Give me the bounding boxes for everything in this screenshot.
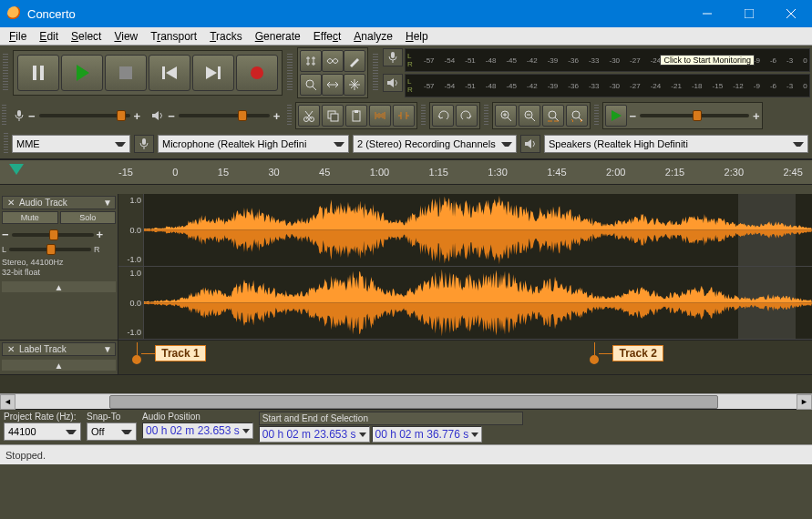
project-rate-combo[interactable]: 44100 [4,422,81,441]
svg-point-23 [549,111,556,118]
selection-tool-icon[interactable] [300,50,322,72]
toolbar-grip[interactable] [594,105,599,127]
draw-tool-icon[interactable] [344,50,365,72]
track-menu-icon[interactable]: ▼ [103,344,112,354]
gain-slider[interactable]: −+ [2,228,116,241]
zoom-in-icon[interactable] [495,105,517,127]
meter-lr-label: LR [407,77,413,94]
pan-slider[interactable]: LR [2,245,116,254]
audio-track-header: ✕ Audio Track ▼ Mute Solo −+ LR Stereo, … [0,194,118,340]
playback-device-combo[interactable]: Speakers (Realtek High Definiti [544,135,808,153]
mic-icon [383,48,403,66]
playback-speed-slider[interactable]: − + [629,109,759,123]
menu-file[interactable]: File [4,29,32,44]
svg-rect-13 [17,110,21,117]
selection-start-display[interactable]: 00 h 02 m 23.653 s [259,426,370,443]
toolbar-grip[interactable] [3,54,8,92]
horizontal-scrollbar[interactable]: ◄ ► [0,393,812,409]
snap-to-label: Snap-To [87,412,137,422]
track-close-icon[interactable]: ✕ [5,344,16,354]
redo-icon[interactable] [456,105,478,127]
chevron-down-icon[interactable] [242,429,250,433]
record-device-combo[interactable]: Microphone (Realtek High Defini [158,135,349,153]
menu-analyze[interactable]: Analyze [348,29,398,44]
menu-transport[interactable]: Transport [145,29,202,44]
play-button[interactable] [61,55,103,91]
selection-end-display[interactable]: 00 h 02 m 36.776 s [372,426,483,443]
track-label[interactable]: Track 1 [132,342,205,364]
record-meter[interactable]: LR -57-54-51-48-45-42-39-36-33-30-27-24-… [405,48,810,72]
menu-tracks[interactable]: Tracks [204,29,248,44]
svg-marker-27 [525,139,531,148]
audio-host-combo[interactable]: MME [12,135,130,153]
multi-tool-icon[interactable] [344,74,365,96]
svg-marker-7 [206,66,217,79]
track-label[interactable]: Track 2 [590,342,663,364]
toolbar-grip[interactable] [287,54,293,92]
fit-project-icon[interactable] [566,105,588,127]
zoom-out-icon[interactable] [519,105,540,127]
toolbar-grip[interactable] [4,133,8,155]
toolbar-grip[interactable] [287,105,292,127]
record-channels-combo[interactable]: 2 (Stereo) Recording Channels [353,135,517,153]
menu-effect[interactable]: Effect [308,29,346,44]
waveform-left[interactable] [144,194,812,266]
silence-icon[interactable] [393,105,415,127]
envelope-tool-icon[interactable] [322,50,344,72]
skip-end-button[interactable] [192,55,234,91]
label-track-header: ✕ Label Track ▼ ▲ [0,341,118,374]
timeline-ruler[interactable]: -1501530451:001:151:301:452:002:152:302:… [0,159,812,185]
audio-position-display[interactable]: 00 h 02 m 23.653 s [142,422,253,439]
maximize-button[interactable] [728,0,770,27]
menu-help[interactable]: Help [400,29,434,44]
skip-start-button[interactable] [149,55,190,91]
record-volume-slider[interactable]: − + [10,109,144,123]
collapse-track-icon[interactable]: ▲ [2,281,116,292]
paste-icon[interactable] [345,105,367,127]
chevron-down-icon[interactable] [471,432,478,437]
mute-button[interactable]: Mute [2,211,58,224]
svg-marker-3 [77,65,89,81]
track-menu-icon[interactable]: ▼ [103,198,112,208]
timeshift-tool-icon[interactable] [322,74,344,96]
stop-button[interactable] [105,55,147,91]
playhead-marker[interactable] [9,164,24,175]
track-close-icon[interactable]: ✕ [5,198,16,208]
playback-meter[interactable]: LR -57-54-51-48-45-42-39-36-33-30-27-24-… [405,74,810,97]
minimize-button[interactable] [686,0,728,27]
menu-edit[interactable]: Edit [34,29,64,44]
svg-rect-8 [218,66,221,79]
fit-selection-icon[interactable] [542,105,564,127]
solo-button[interactable]: Solo [60,211,117,224]
toolbar-grip[interactable] [373,54,378,92]
statusbar: Stopped. [0,444,812,464]
toolbar-grip[interactable] [2,105,6,127]
cut-icon[interactable] [298,105,320,127]
scroll-right-icon[interactable]: ► [797,394,812,410]
pause-button[interactable] [17,55,59,91]
toolbar-grip[interactable] [421,105,426,127]
undo-icon[interactable] [432,105,454,127]
label-track-area[interactable]: Track 1Track 2 [118,341,812,374]
chevron-down-icon[interactable] [359,432,366,437]
scroll-left-icon[interactable]: ◄ [0,394,15,410]
selection-mode-combo[interactable]: Start and End of Selection [259,412,523,425]
menu-view[interactable]: View [108,29,143,44]
amplitude-scale: 1.00.0-1.0 [118,194,144,266]
toolbar-grip[interactable] [484,105,488,127]
zoom-tool-icon[interactable] [300,74,322,96]
chevron-down-icon [66,430,77,434]
record-button[interactable] [236,55,278,91]
waveform-right[interactable] [144,267,812,339]
trim-icon[interactable] [369,105,391,127]
playback-volume-slider[interactable]: − + [148,109,283,123]
menu-generate[interactable]: Generate [250,29,306,44]
menu-select[interactable]: Select [66,29,107,44]
copy-icon[interactable] [322,105,344,127]
play-at-speed-button[interactable] [605,105,627,127]
collapse-track-icon[interactable]: ▲ [2,360,116,371]
meter-click-start[interactable]: Click to Start Monitoring [660,55,755,66]
snap-to-combo[interactable]: Off [87,422,137,441]
chevron-down-icon [121,430,132,434]
close-button[interactable] [770,0,812,27]
